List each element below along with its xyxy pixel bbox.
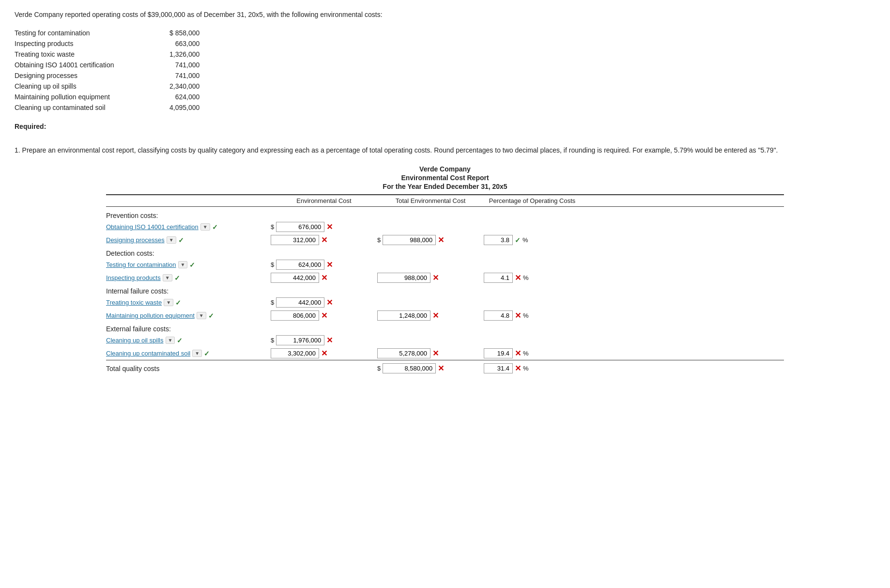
external-failure-pct-x-2[interactable]: ✕	[515, 349, 521, 358]
cost-amount: 4,095,000	[169, 102, 209, 113]
total-row: Total quality costs $ ✕ ✕ %	[106, 360, 784, 376]
internal-failure-item-2-link[interactable]: Maintaining pollution equipment	[106, 312, 195, 319]
dollar-sign-3: $	[271, 261, 274, 268]
cost-label: Inspecting products	[15, 38, 169, 49]
detection-env-cost-1: $ ✕	[271, 260, 377, 270]
cost-amount: 663,000	[169, 38, 209, 49]
detection-dropdown-1[interactable]: ▼	[178, 261, 188, 268]
external-failure-dropdown-1[interactable]: ▼	[166, 337, 175, 344]
external-failure-check-2: ✓	[204, 350, 210, 357]
prevention-x-2[interactable]: ✕	[321, 235, 327, 245]
detection-dropdown-2[interactable]: ▼	[163, 274, 172, 281]
internal-failure-dropdown-1[interactable]: ▼	[164, 299, 173, 306]
external-failure-row-2: Cleaning up contaminated soil ▼ ✓ ✕ ✕ ✕ …	[106, 347, 784, 360]
internal-failure-pct-x-2[interactable]: ✕	[515, 311, 521, 320]
external-failure-total-input-2[interactable]	[377, 348, 430, 358]
total-pct-label: %	[523, 365, 529, 372]
internal-failure-row-1: Treating toxic waste ▼ ✓ $ ✕	[106, 296, 784, 309]
dollar-sign-1: $	[271, 223, 274, 231]
prevention-total-2: $ ✕	[377, 235, 484, 245]
prevention-check-1: ✓	[212, 223, 218, 231]
detection-env-cost-2: ✕	[271, 273, 377, 283]
internal-failure-dropdown-2[interactable]: ▼	[197, 312, 206, 319]
list-item: Treating toxic waste 1,326,000	[15, 49, 209, 60]
detection-env-cost-input-1[interactable]	[276, 260, 324, 270]
internal-failure-total-2: ✕	[377, 310, 484, 321]
prevention-total-input-2[interactable]	[383, 235, 436, 245]
cost-label: Testing for contamination	[15, 28, 169, 38]
prevention-row-1: Obtaining ISO 14001 certification ▼ ✓ $ …	[106, 220, 784, 233]
internal-failure-row-2: Maintaining pollution equipment ▼ ✓ ✕ ✕ …	[106, 309, 784, 322]
cost-amount: $ 858,000	[169, 28, 209, 38]
dollar-sign-4: $	[271, 299, 274, 306]
external-failure-env-cost-input-1[interactable]	[276, 335, 324, 345]
prevention-row-1-label: Obtaining ISO 14001 certification ▼ ✓	[106, 223, 271, 231]
total-pct-x[interactable]: ✕	[515, 364, 521, 373]
detection-x-2[interactable]: ✕	[321, 273, 327, 282]
prevention-input-cell-2: ✕	[271, 235, 377, 245]
prevention-pct-check-2: ✓	[515, 236, 521, 244]
external-failure-dropdown-2[interactable]: ▼	[192, 350, 202, 357]
detection-row-1: Testing for contamination ▼ ✓ $ ✕	[106, 258, 784, 271]
prevention-env-cost-input-2[interactable]	[271, 235, 319, 245]
prevention-dropdown-1[interactable]: ▼	[200, 223, 210, 231]
prevention-dropdown-2[interactable]: ▼	[167, 236, 176, 244]
detection-env-cost-input-2[interactable]	[271, 273, 319, 283]
external-failure-x-2[interactable]: ✕	[321, 349, 327, 358]
internal-failure-row-2-label: Maintaining pollution equipment ▼ ✓	[106, 312, 271, 320]
prevention-x-1[interactable]: ✕	[326, 222, 333, 232]
total-x[interactable]: ✕	[438, 364, 444, 373]
internal-failure-env-cost-input-1[interactable]	[276, 297, 324, 308]
cost-amount: 1,326,000	[169, 49, 209, 60]
external-failure-total-x-2[interactable]: ✕	[432, 349, 439, 358]
internal-failure-env-cost-input-2[interactable]	[271, 310, 319, 321]
list-item: Obtaining ISO 14001 certification 741,00…	[15, 60, 209, 70]
detection-total-x-2[interactable]: ✕	[432, 273, 439, 282]
external-failure-env-cost-1: $ ✕	[271, 335, 377, 345]
internal-failure-x-2[interactable]: ✕	[321, 311, 327, 320]
prevention-section-label: Prevention costs:	[106, 209, 784, 220]
internal-failure-check-2: ✓	[208, 312, 214, 320]
internal-failure-item-1-link[interactable]: Treating toxic waste	[106, 299, 162, 306]
external-failure-total-input-cell-2: ✕	[377, 348, 484, 358]
external-failure-check-1: ✓	[177, 337, 183, 344]
internal-failure-row-1-label: Treating toxic waste ▼ ✓	[106, 299, 271, 307]
cost-label: Maintaining pollution equipment	[15, 92, 169, 102]
internal-failure-input-cell-2: ✕	[271, 310, 377, 321]
prevention-item-2-link[interactable]: Designing processes	[106, 236, 165, 244]
external-failure-x-1[interactable]: ✕	[326, 336, 333, 345]
internal-failure-x-1[interactable]: ✕	[326, 298, 333, 307]
detection-item-2-link[interactable]: Inspecting products	[106, 274, 161, 281]
external-failure-item-1-link[interactable]: Cleaning up oil spills	[106, 337, 164, 344]
detection-row-2-label: Inspecting products ▼ ✓	[106, 274, 271, 282]
internal-failure-total-x-2[interactable]: ✕	[432, 311, 439, 320]
detection-pct-x-2[interactable]: ✕	[515, 273, 521, 282]
dollar-sign-2: $	[377, 236, 381, 244]
detection-total-input-2[interactable]	[377, 273, 430, 283]
cost-amount: 624,000	[169, 92, 209, 102]
detection-pct-input-2[interactable]	[484, 273, 513, 283]
internal-failure-pct-input-2[interactable]	[484, 310, 513, 321]
instruction-text: 1. Prepare an environmental cost report,…	[15, 145, 875, 155]
prevention-total-x-2[interactable]: ✕	[438, 235, 444, 245]
total-pct-input[interactable]	[484, 363, 513, 373]
detection-x-1[interactable]: ✕	[326, 260, 333, 269]
prevention-item-1-link[interactable]: Obtaining ISO 14001 certification	[106, 223, 199, 231]
prevention-env-cost-input-1[interactable]	[276, 222, 324, 232]
external-failure-item-2-link[interactable]: Cleaning up contaminated soil	[106, 350, 190, 357]
internal-failure-pct-2: ✕ %	[484, 310, 581, 321]
intro-text: Verde Company reported operating costs o…	[15, 10, 875, 20]
detection-section-label: Detection costs:	[106, 247, 784, 258]
prevention-pct-input-2[interactable]	[484, 235, 513, 245]
col-total-env-header: Total Environmental Cost	[377, 197, 484, 204]
detection-item-1-link[interactable]: Testing for contamination	[106, 261, 176, 268]
external-failure-row-2-label: Cleaning up contaminated soil ▼ ✓	[106, 350, 271, 357]
cost-list: Testing for contamination $ 858,000 Insp…	[15, 28, 875, 113]
total-total-env: $ ✕	[377, 363, 484, 373]
detection-pct-cell-2: ✕ %	[484, 273, 581, 283]
external-failure-env-cost-input-2[interactable]	[271, 348, 319, 358]
internal-failure-total-input-2[interactable]	[377, 310, 430, 321]
total-input[interactable]	[383, 363, 436, 373]
external-failure-pct-input-2[interactable]	[484, 348, 513, 358]
cost-amount: 741,000	[169, 60, 209, 70]
